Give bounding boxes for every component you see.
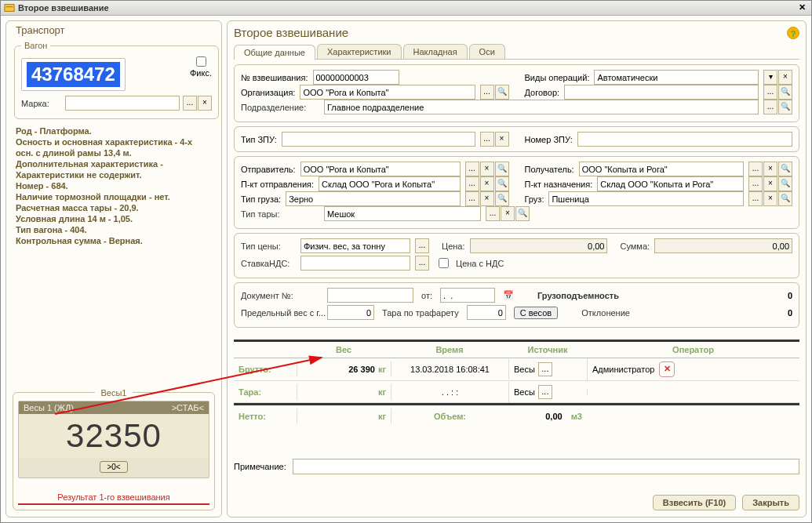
from-scales-button[interactable]: С весов	[514, 307, 558, 319]
th-time: Время	[391, 342, 508, 358]
window-title: Второе взвешивание	[18, 3, 796, 13]
org-input[interactable]	[300, 85, 475, 100]
cargo-type-label: Тип груза:	[241, 194, 281, 204]
tare-stencil-input[interactable]	[467, 305, 506, 320]
tare-stencil-label: Тара по трафарету	[382, 308, 459, 318]
vat-rate-select-button[interactable]: ...	[415, 256, 429, 271]
subdiv-select-button[interactable]: ...	[763, 100, 777, 114]
cargo-type-clear-button[interactable]: ×	[480, 191, 494, 206]
subdiv-input[interactable]	[324, 100, 759, 114]
contract-input[interactable]	[564, 85, 759, 100]
first-weighing-result-label: Результат 1-го взвешивания	[18, 488, 209, 505]
wagon-number-field[interactable]: 43768472	[21, 58, 126, 91]
tabs: Общие данные Характеристики Накладная Ос…	[234, 44, 799, 60]
marka-label: Марка:	[21, 99, 62, 108]
help-icon[interactable]: ?	[787, 27, 799, 39]
second-weighing-panel: Второе взвешивание ? Общие данные Характ…	[227, 20, 807, 518]
cargo-clear-button[interactable]: ×	[763, 191, 777, 206]
volume-value: 0,00	[545, 412, 562, 421]
price-type-select-button[interactable]: ...	[415, 238, 429, 253]
vat-rate-input[interactable]	[300, 256, 410, 271]
tare-type-search-button[interactable]: 🔍	[515, 206, 530, 221]
cargo-type-search-button[interactable]: 🔍	[495, 191, 509, 206]
tara-source-select-button[interactable]: ...	[538, 385, 552, 399]
dest-point-input[interactable]	[597, 176, 744, 191]
recipient-input[interactable]	[579, 162, 744, 176]
sender-clear-button[interactable]: ×	[480, 162, 494, 176]
tara-source: Весы	[514, 387, 535, 397]
optype-input[interactable]	[594, 70, 759, 85]
doc-num-label: Документ №:	[241, 291, 319, 300]
weighing-num-input[interactable]	[313, 70, 399, 85]
org-label: Организация:	[241, 88, 295, 97]
note-input[interactable]	[293, 459, 799, 474]
marka-input[interactable]	[65, 96, 180, 111]
tare-type-select-button[interactable]: ...	[486, 206, 500, 221]
deviation-value: 0	[638, 308, 792, 318]
cargo-type-select-button[interactable]: ...	[465, 191, 479, 206]
dep-point-select-button[interactable]: ...	[465, 176, 479, 191]
contract-select-button[interactable]: ...	[763, 85, 777, 100]
capacity-label: Грузоподъемность	[537, 291, 619, 300]
note-label: Примечание:	[234, 462, 286, 471]
dep-point-input[interactable]	[319, 176, 460, 191]
cargo-search-button[interactable]: 🔍	[778, 191, 792, 206]
wagon-fixed-label: Фикс.	[190, 68, 212, 78]
wagon-fixed-checkbox[interactable]	[196, 56, 206, 67]
window-close-button[interactable]: ✕	[796, 2, 808, 13]
close-button[interactable]: Закрыть	[742, 495, 799, 510]
recipient-clear-button[interactable]: ×	[763, 162, 777, 176]
optype-label: Виды операций:	[525, 73, 590, 82]
doc-date-input[interactable]	[440, 288, 495, 303]
recipient-search-button[interactable]: 🔍	[778, 162, 792, 176]
price-with-vat-label: Цена с НДС	[456, 259, 504, 268]
scale-stable-indicator: >СТАБ<	[172, 403, 204, 412]
optype-clear-button[interactable]: ×	[778, 70, 792, 85]
max-weight-input[interactable]	[327, 305, 374, 320]
price-type-input[interactable]	[300, 238, 410, 253]
zpu-type-input[interactable]	[282, 132, 475, 147]
price-input[interactable]	[470, 238, 608, 253]
price-with-vat-checkbox[interactable]	[439, 258, 449, 268]
dep-point-search-button[interactable]: 🔍	[495, 176, 509, 191]
tare-type-input[interactable]	[324, 206, 481, 221]
brutto-source: Весы	[514, 365, 535, 374]
brutto-delete-button[interactable]: ✕	[659, 361, 675, 377]
optype-dropdown-button[interactable]: ▾	[763, 70, 777, 85]
subdiv-search-button[interactable]: 🔍	[778, 100, 792, 114]
org-select-button[interactable]: ...	[480, 85, 494, 100]
tab-axles[interactable]: Оси	[469, 44, 505, 59]
tab-waybill[interactable]: Накладная	[403, 44, 468, 59]
marka-select-button[interactable]: ...	[183, 96, 197, 111]
cargo-type-input[interactable]	[286, 191, 460, 206]
weigh-button[interactable]: Взвесить (F10)	[653, 495, 736, 510]
tab-characteristics[interactable]: Характеристики	[317, 44, 402, 59]
org-search-button[interactable]: 🔍	[495, 85, 509, 100]
cargo-input[interactable]	[548, 191, 744, 206]
tara-time: . . : :	[391, 384, 508, 400]
scales-group: Весы1 Весы 1 (ЖД) >СТАБ< 32350 >0< Резул…	[13, 392, 215, 510]
sender-input[interactable]	[300, 162, 461, 176]
tab-general[interactable]: Общие данные	[234, 45, 315, 60]
dest-point-select-button[interactable]: ...	[748, 176, 763, 191]
title-bar: Второе взвешивание ✕	[1, 1, 811, 16]
zpu-type-select-button[interactable]: ...	[480, 132, 494, 147]
dep-point-clear-button[interactable]: ×	[480, 176, 494, 191]
contract-search-button[interactable]: 🔍	[778, 85, 792, 100]
dest-point-search-button[interactable]: 🔍	[778, 176, 792, 191]
doc-date-picker-button[interactable]: 📅	[503, 290, 514, 300]
price-label: Цена:	[442, 242, 465, 251]
doc-num-input[interactable]	[327, 288, 413, 303]
recipient-select-button[interactable]: ...	[748, 162, 763, 176]
sender-search-button[interactable]: 🔍	[495, 162, 509, 176]
dest-point-clear-button[interactable]: ×	[763, 176, 777, 191]
dep-point-label: П-кт отправления:	[241, 180, 314, 189]
sender-select-button[interactable]: ...	[465, 162, 479, 176]
zpu-num-input[interactable]	[577, 132, 792, 147]
zpu-type-clear-button[interactable]: ×	[495, 132, 509, 147]
scale-zero-button[interactable]: >0<	[100, 461, 127, 473]
tare-type-clear-button[interactable]: ×	[501, 206, 515, 221]
brutto-source-select-button[interactable]: ...	[538, 362, 552, 376]
cargo-select-button[interactable]: ...	[748, 191, 763, 206]
marka-clear-button[interactable]: ×	[198, 96, 212, 111]
